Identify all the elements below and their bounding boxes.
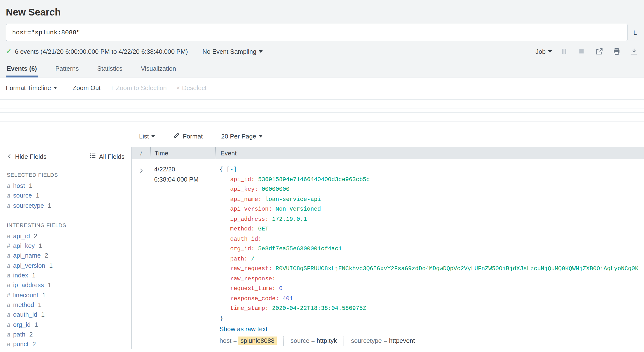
json-value-ip_address[interactable]: 172.19.0.1 <box>272 216 307 223</box>
format-timeline-dropdown[interactable]: Format Timeline <box>6 84 57 91</box>
string-field-type-icon: a <box>7 201 13 211</box>
event-time: 6:38:04.000 PM <box>154 175 215 184</box>
field-source[interactable]: asource1 <box>7 191 124 201</box>
json-key-api_id[interactable]: api_id: <box>230 176 255 183</box>
event-timeline-chart[interactable] <box>0 99 644 121</box>
field-name: path <box>13 331 26 338</box>
json-value-api_id[interactable]: 536915894e71466440400d3ce963cb5c <box>258 176 370 183</box>
json-key-time_stamp[interactable]: time_stamp: <box>230 305 268 312</box>
deselect-button[interactable]: ×Deselect <box>176 84 206 91</box>
format-results-button[interactable]: Format <box>174 132 202 140</box>
tab-events-6[interactable]: Events (6) <box>6 60 38 77</box>
field-api_id[interactable]: aapi_id2 <box>7 231 124 241</box>
field-org_id[interactable]: aorg_id1 <box>7 320 124 330</box>
collapse-toggle[interactable]: [-] <box>226 166 237 173</box>
field-ip_address[interactable]: aip_address1 <box>7 281 124 291</box>
job-menu[interactable]: Job <box>536 48 552 55</box>
json-key-ip_address[interactable]: ip_address: <box>230 216 268 223</box>
field-count: 1 <box>34 321 38 328</box>
json-line-oauth_id: oauth_id: <box>220 234 644 244</box>
tab-statistics[interactable]: Statistics <box>96 60 123 77</box>
field-count: 2 <box>44 252 48 259</box>
meta-value: splunk:8088 <box>239 336 276 345</box>
json-key-api_name[interactable]: api_name: <box>230 196 262 203</box>
json-value-org_id[interactable]: 5e8df7ea55e6300001cf4ac1 <box>258 246 342 252</box>
pause-icon[interactable] <box>560 47 568 56</box>
tab-visualization[interactable]: Visualization <box>140 60 177 77</box>
search-bar[interactable]: host="splunk:8088" <box>6 24 628 41</box>
field-count: 1 <box>42 291 46 299</box>
field-punct[interactable]: apunct2 <box>7 340 124 349</box>
json-key-request_time[interactable]: request_time: <box>230 285 276 292</box>
json-key-api_version[interactable]: api_version: <box>230 206 272 213</box>
json-key-path[interactable]: path: <box>230 255 248 262</box>
json-key-oauth_id[interactable]: oauth_id: <box>230 236 262 242</box>
search-query-input[interactable]: host="splunk:8088" <box>6 29 86 36</box>
event-sampling-dropdown[interactable]: No Event Sampling <box>202 48 263 55</box>
job-done-check-icon: ✓ <box>6 47 12 55</box>
field-name: host <box>13 182 25 189</box>
json-value-time_stamp[interactable]: 2020-04-22T18:38:04.580975Z <box>272 305 366 312</box>
share-icon[interactable] <box>594 47 603 56</box>
events-table: i Time Event 4/22/20 6:38:04.000 PM {[-] <box>132 147 644 349</box>
events-table-header: i Time Event <box>132 147 644 159</box>
download-icon[interactable] <box>630 47 638 56</box>
meta-host[interactable]: host = splunk:8088 <box>220 336 283 346</box>
json-value-response_code[interactable]: 401 <box>282 295 293 302</box>
field-index[interactable]: aindex1 <box>7 271 124 281</box>
json-value-api_key[interactable]: 00000000 <box>262 186 290 193</box>
field-name: api_version <box>13 262 45 269</box>
json-key-method[interactable]: method: <box>230 226 255 232</box>
expand-event-chevron-icon[interactable] <box>132 165 150 346</box>
per-page-dropdown[interactable]: 20 Per Page <box>221 132 263 140</box>
show-raw-text-link[interactable]: Show as raw text <box>220 325 644 334</box>
json-value-method[interactable]: GET <box>258 226 268 232</box>
string-field-type-icon: a <box>7 181 13 191</box>
field-count: 2 <box>34 232 37 240</box>
field-method[interactable]: amethod1 <box>7 300 124 310</box>
minus-icon: − <box>67 84 70 91</box>
json-key-api_key[interactable]: api_key: <box>230 186 258 193</box>
json-line-method: method: GET <box>220 224 644 234</box>
zoom-out-button[interactable]: −Zoom Out <box>67 84 100 91</box>
list-view-dropdown[interactable]: List <box>139 132 155 140</box>
json-value-api_name[interactable]: loan-service-api <box>265 196 321 203</box>
timeline-controls: Format Timeline −Zoom Out +Zoom to Selec… <box>0 77 644 91</box>
json-value-raw_request[interactable]: R0VUIC8gSFRUUC8xLjENCkhvc3Q6IGxvY2FsaG9z… <box>276 265 638 272</box>
field-api_name[interactable]: aapi_name2 <box>7 251 124 261</box>
json-line-api_name: api_name: loan-service-api <box>220 194 644 204</box>
hide-fields-button[interactable]: Hide Fields <box>7 153 46 160</box>
field-api_key[interactable]: #api_key1 <box>7 241 124 251</box>
json-value-path[interactable]: / <box>251 255 254 262</box>
json-value-request_time[interactable]: 0 <box>279 285 282 292</box>
json-key-raw_response[interactable]: raw_response: <box>230 275 276 282</box>
json-close-line: } <box>220 314 644 324</box>
field-api_version[interactable]: aapi_version1 <box>7 261 124 271</box>
json-key-response_code[interactable]: response_code: <box>230 295 279 302</box>
zoom-to-selection-button[interactable]: +Zoom to Selection <box>110 84 167 91</box>
all-fields-button[interactable]: All Fields <box>90 153 125 160</box>
meta-source[interactable]: source = http:tyk <box>283 336 344 346</box>
event-time-cell: 4/22/20 6:38:04.000 PM <box>150 165 215 346</box>
print-icon[interactable] <box>612 47 621 56</box>
field-count: 1 <box>48 202 51 209</box>
json-key-org_id[interactable]: org_id: <box>230 246 255 252</box>
json-key-raw_request[interactable]: raw_request: <box>230 265 272 272</box>
field-count: 1 <box>36 192 39 199</box>
tabs: Events (6)PatternsStatisticsVisualizatio… <box>6 60 638 77</box>
json-field-lines: api_id: 536915894e71466440400d3ce963cb5c… <box>220 175 644 314</box>
tab-patterns[interactable]: Patterns <box>54 60 80 77</box>
time-range-picker[interactable]: L <box>628 24 644 41</box>
field-sourcetype[interactable]: asourcetype1 <box>7 201 124 211</box>
meta-key: source <box>290 337 310 344</box>
stop-icon[interactable] <box>577 47 586 56</box>
per-page-label: 20 Per Page <box>221 132 256 140</box>
field-path[interactable]: apath2 <box>7 330 124 340</box>
field-oauth_id[interactable]: aoauth_id1 <box>7 310 124 320</box>
json-value-api_version[interactable]: Non Versioned <box>276 206 321 213</box>
json-line-api_version: api_version: Non Versioned <box>220 204 644 214</box>
tabs-row: Events (6)PatternsStatisticsVisualizatio… <box>0 59 644 77</box>
field-linecount[interactable]: #linecount1 <box>7 290 124 300</box>
field-host[interactable]: ahost1 <box>7 181 124 191</box>
meta-sourcetype[interactable]: sourcetype = httpevent <box>344 336 422 346</box>
